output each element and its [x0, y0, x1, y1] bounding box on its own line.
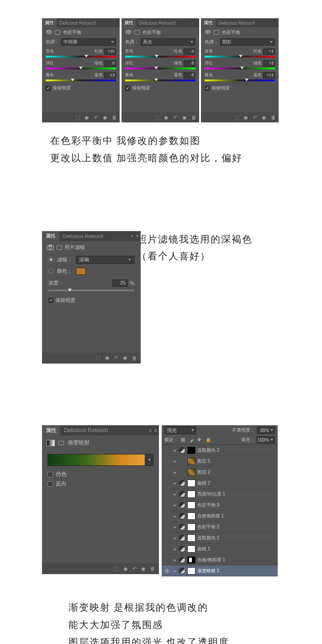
layer-mask-icon[interactable] — [187, 523, 195, 531]
value-magenta-green[interactable]: -5 — [184, 60, 195, 67]
layer-expand-icon[interactable]: ▸ — [173, 470, 177, 475]
tab-delicious-retouch[interactable]: Delicious Retouch — [57, 18, 99, 27]
slider-track[interactable] — [46, 56, 116, 58]
view-previous-icon[interactable]: ◉ — [84, 115, 90, 120]
expand-icon[interactable]: » — [149, 428, 152, 433]
reset-icon[interactable]: ↶ — [114, 355, 118, 361]
reset-icon[interactable]: ↶ — [173, 115, 178, 120]
layer-mask-icon[interactable] — [187, 567, 195, 575]
layer-visibility[interactable] — [164, 569, 171, 573]
gradient-picker-button[interactable] — [145, 454, 153, 465]
layer-expand-icon[interactable]: ▸ — [173, 492, 177, 496]
view-previous-icon[interactable]: ◉ — [164, 115, 169, 120]
preserve-luminosity-checkbox[interactable]: ✓ 保留明度 — [42, 84, 120, 92]
tab-properties[interactable]: 属性 — [42, 231, 59, 241]
clip-icon[interactable]: ⬚ — [75, 115, 80, 120]
eye-icon[interactable]: ◉ — [123, 355, 127, 361]
reset-icon[interactable]: ↶ — [252, 115, 258, 120]
slider-track[interactable] — [205, 56, 275, 58]
expand-icon[interactable]: » — [131, 233, 134, 238]
clip-icon[interactable]: ⬚ — [114, 566, 119, 572]
tab-properties[interactable]: 属性 — [121, 18, 136, 27]
layer-expand-icon[interactable]: ▸ — [173, 481, 177, 486]
eye-icon[interactable]: ◉ — [141, 566, 146, 572]
density-value[interactable]: 25 — [112, 280, 128, 287]
slider-track[interactable] — [125, 56, 195, 58]
layer-row[interactable]: ▸色相/饱和度 1 — [162, 554, 278, 565]
layer-row[interactable]: ▸亮度/对比度 1 — [162, 489, 278, 500]
lock-transparent-icon[interactable]: ▧ — [181, 437, 186, 443]
layer-mask-icon[interactable] — [187, 545, 195, 553]
clip-icon[interactable]: ⬚ — [96, 355, 100, 361]
tab-properties[interactable]: 属性 — [42, 18, 57, 27]
layer-mask-icon[interactable] — [187, 534, 195, 542]
fill-value[interactable]: 100% — [257, 436, 275, 443]
value-magenta-green[interactable]: 0 — [104, 60, 116, 67]
value-cyan-red[interactable]: -4 — [184, 48, 195, 55]
tab-delicious-retouch[interactable]: Delicious Retouch — [216, 18, 258, 27]
layer-mask-icon[interactable] — [187, 491, 195, 498]
layer-row[interactable]: ▸图层 2 — [162, 467, 278, 478]
preserve-luminosity-checkbox[interactable]: ✓ 保留明度 — [121, 84, 199, 92]
layer-mask-icon[interactable] — [187, 512, 195, 520]
layer-expand-icon[interactable]: ▸ — [173, 448, 177, 453]
layer-expand-icon[interactable]: ▸ — [173, 525, 177, 529]
layer-thumbnail[interactable] — [187, 458, 195, 465]
tab-properties[interactable]: 属性 — [201, 18, 216, 27]
slider-track[interactable] — [125, 79, 195, 81]
value-cyan-red[interactable]: +10 — [104, 48, 116, 55]
slider-track[interactable] — [46, 68, 116, 69]
view-previous-icon[interactable]: ◉ — [243, 115, 248, 120]
tab-properties[interactable]: 属性 — [42, 425, 60, 435]
value-cyan-red[interactable]: +1 — [263, 48, 275, 55]
blend-mode-select[interactable]: 强光 — [164, 426, 196, 434]
layer-row[interactable]: ▸自然饱和度 1 — [162, 511, 278, 522]
layer-row[interactable]: ▸选取颜色 1 — [162, 533, 278, 544]
layer-row[interactable]: ▸曲线 1 — [162, 544, 278, 554]
preserve-luminosity-checkbox[interactable]: ✓ 保留明度 — [42, 294, 141, 306]
tab-delicious-retouch[interactable]: Delicious Retouch — [60, 425, 112, 435]
color-swatch[interactable] — [76, 268, 86, 275]
layer-mask-icon[interactable] — [187, 501, 195, 509]
layer-row[interactable]: ▸选取颜色 2 — [162, 445, 278, 456]
radio-color[interactable] — [48, 269, 53, 274]
layer-expand-icon[interactable]: ▸ — [173, 514, 177, 518]
slider-thumb[interactable] — [155, 55, 158, 58]
layer-expand-icon[interactable]: ▸ — [173, 569, 177, 573]
slider-thumb[interactable] — [239, 55, 243, 58]
reset-icon[interactable]: ↶ — [132, 566, 137, 572]
tone-select[interactable]: 高光 — [141, 38, 195, 46]
dither-checkbox[interactable]: 仿色 — [42, 470, 159, 479]
slider-thumb[interactable] — [84, 55, 88, 58]
trash-icon[interactable]: 🗑 — [150, 566, 155, 571]
menu-icon[interactable]: ≡ — [136, 233, 139, 238]
clip-icon[interactable]: ⬚ — [234, 115, 239, 120]
slider-track[interactable] — [205, 68, 275, 69]
value-yellow-blue[interactable]: -13 — [104, 72, 116, 79]
layer-expand-icon[interactable]: ▸ — [173, 503, 177, 507]
gradient-preview[interactable] — [48, 454, 153, 466]
layer-row[interactable]: ▸图层 5 — [162, 456, 278, 467]
layer-row[interactable]: ▸曲线 2 — [162, 478, 278, 489]
view-previous-icon[interactable]: ◉ — [105, 355, 110, 361]
radio-filter[interactable] — [48, 257, 53, 262]
eye-icon[interactable]: ◉ — [102, 115, 108, 120]
opacity-value[interactable]: 35% — [257, 427, 275, 434]
layer-row[interactable]: ▸渐变映射 1 — [162, 565, 278, 576]
layer-expand-icon[interactable]: ▸ — [173, 558, 177, 562]
menu-icon[interactable]: ≡ — [154, 428, 157, 433]
layer-mask-icon[interactable] — [187, 447, 195, 454]
tab-delicious-retouch[interactable]: Delicious Retouch — [136, 18, 179, 27]
trash-icon[interactable]: 🗑 — [132, 355, 137, 361]
tone-select[interactable]: 中间调 — [61, 38, 116, 46]
value-yellow-blue[interactable]: -5 — [184, 72, 195, 79]
slider-thumb[interactable] — [68, 289, 72, 292]
reset-icon[interactable]: ↶ — [93, 115, 99, 120]
slider-thumb[interactable] — [71, 79, 74, 82]
layer-expand-icon[interactable]: ▸ — [173, 459, 177, 464]
slider-track[interactable] — [46, 79, 116, 81]
filter-select[interactable]: 深褐 — [76, 256, 134, 264]
slider-thumb[interactable] — [245, 79, 248, 82]
trash-icon[interactable]: 🗑 — [191, 115, 196, 120]
tab-delicious-retouch[interactable]: Delicious Retouch — [59, 231, 107, 241]
